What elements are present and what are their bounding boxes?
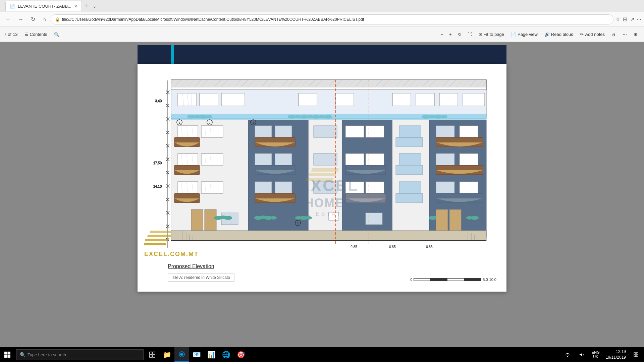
language-indicator[interactable]: ENG UK (589, 347, 602, 362)
svg-rect-227 (309, 173, 336, 176)
tab-close-btn[interactable]: ✕ (74, 4, 77, 9)
more-tools-button[interactable]: ⋯ (620, 31, 630, 38)
svg-rect-180 (460, 182, 478, 193)
more-icon[interactable]: ··· (637, 16, 641, 22)
refresh-button[interactable]: ↻ (28, 15, 38, 24)
task-view-button[interactable] (145, 347, 160, 362)
svg-rect-106 (335, 93, 354, 106)
svg-rect-139 (436, 126, 454, 137)
add-notes-button[interactable]: ✏ Add notes (577, 31, 607, 38)
active-tab[interactable]: 📄 LEVANTE COURT- ZABB... ✕ (5, 1, 82, 11)
rotate-button[interactable]: ↻ (455, 31, 464, 38)
svg-text:REAL ESTATE LTD: REAL ESTATE LTD (290, 211, 367, 217)
svg-text:17.50: 17.50 (153, 161, 162, 165)
speaker-icon: 🔊 (544, 32, 550, 37)
logo-icon (144, 226, 171, 249)
taskbar-edge-browser[interactable] (174, 347, 189, 362)
action-center-icon (634, 352, 638, 357)
pencil-icon: ✏ (580, 32, 584, 37)
notifications-icon[interactable] (629, 347, 643, 362)
taskbar-clock[interactable]: 12:19 19/11/2019 (603, 349, 629, 360)
svg-rect-136 (366, 126, 384, 137)
svg-rect-231 (4, 355, 7, 358)
collections-icon[interactable]: ⊟ (623, 16, 627, 22)
forward-button[interactable]: → (15, 15, 26, 24)
address-input[interactable] (62, 17, 609, 22)
new-tab-button[interactable]: + (83, 3, 91, 10)
svg-text:3.40: 3.40 (155, 99, 162, 103)
edge-icon (178, 351, 185, 358)
svg-rect-137 (399, 126, 421, 137)
search-pdf-button[interactable]: 🔍 (51, 31, 62, 38)
search-icon: 🔍 (20, 352, 25, 357)
taskbar-app5[interactable]: 🎯 (233, 347, 248, 362)
svg-text:3: 3 (252, 121, 254, 124)
share-icon[interactable]: ↗ (630, 16, 634, 22)
svg-rect-205 (366, 213, 382, 225)
search-icon: 🔍 (54, 32, 59, 37)
system-tray: ENG UK 12:19 19/11/2019 (561, 347, 643, 362)
svg-text:0.85: 0.85 (389, 245, 396, 249)
svg-rect-132 (275, 126, 292, 137)
zoom-out-button[interactable]: − (438, 31, 446, 38)
taskbar-excel[interactable]: 📊 (204, 347, 219, 362)
svg-rect-105 (299, 93, 317, 106)
back-button[interactable]: ← (3, 15, 13, 24)
svg-rect-140 (460, 126, 478, 137)
contents-button[interactable]: ☰ Contents (22, 31, 50, 38)
svg-rect-134 (314, 126, 337, 137)
excel-icon: 📊 (207, 351, 216, 359)
svg-rect-123 (178, 126, 198, 137)
svg-rect-230 (8, 352, 11, 355)
taskbar-outlook[interactable]: 📧 (189, 347, 204, 362)
zoom-in-button[interactable]: + (446, 31, 454, 38)
lock-icon: 🔒 (55, 17, 60, 22)
svg-rect-108 (416, 93, 434, 106)
fit-to-page-button[interactable]: ⊡ Fit to page (476, 31, 507, 38)
expand-button[interactable]: ⊞ (631, 31, 640, 38)
tab-bar: 📄 LEVANTE COURT- ZABB... ✕ + ⌄ (0, 0, 644, 12)
home-button[interactable]: ⌂ (40, 15, 49, 24)
svg-rect-151 (275, 154, 292, 165)
svg-rect-153 (314, 154, 337, 165)
svg-rect-241 (636, 353, 638, 354)
svg-rect-142 (178, 154, 198, 165)
svg-rect-99 (178, 93, 196, 106)
tab-scroll-arrows[interactable]: ⌄ (93, 3, 97, 9)
svg-rect-135 (345, 126, 364, 137)
svg-rect-242 (634, 355, 636, 357)
network-icon[interactable] (561, 347, 574, 362)
svg-point-189 (224, 216, 232, 220)
svg-rect-204 (449, 209, 461, 231)
svg-rect-0 (144, 243, 166, 245)
favorites-icon[interactable]: ☆ (615, 16, 620, 22)
speaker-volume-icon (579, 352, 584, 357)
windows-logo-icon (4, 351, 11, 358)
svg-rect-236 (153, 355, 155, 357)
logo-text: EXCEL.COM.MT (144, 251, 199, 258)
svg-text:0.85: 0.85 (426, 245, 433, 249)
page-view-button[interactable]: 📄 Page view (508, 31, 540, 38)
wifi-icon (565, 352, 570, 357)
svg-rect-104 (221, 93, 245, 106)
svg-rect-177 (399, 182, 421, 193)
volume-icon[interactable] (575, 347, 588, 362)
taskbar-search-bar[interactable]: 🔍 Type here to search (16, 349, 144, 360)
start-button[interactable] (0, 347, 15, 362)
fullscreen-button[interactable]: ⛶ (465, 31, 475, 38)
file-explorer-icon: 📁 (163, 351, 171, 359)
scale-0: 0 (410, 278, 412, 282)
svg-rect-147 (201, 154, 223, 165)
pdf-header-banner (138, 45, 506, 64)
taskbar-file-explorer[interactable]: 📁 (160, 347, 174, 362)
address-bar[interactable]: 🔒 (51, 14, 613, 24)
svg-rect-232 (8, 355, 11, 358)
taskbar-chrome[interactable]: 🌐 (219, 347, 233, 362)
svg-rect-160 (460, 154, 478, 165)
svg-rect-226 (306, 178, 334, 181)
print-button[interactable]: 🖨 (609, 31, 619, 38)
svg-rect-167 (201, 182, 223, 193)
read-aloud-button[interactable]: 🔊 Read aloud (542, 31, 576, 38)
browser-chrome: 📄 LEVANTE COURT- ZABB... ✕ + ⌄ ← → ↻ ⌂ 🔒… (0, 0, 644, 27)
pdf-content-area: EXCEL.COM.MT 3.40 17.50 (0, 42, 644, 362)
